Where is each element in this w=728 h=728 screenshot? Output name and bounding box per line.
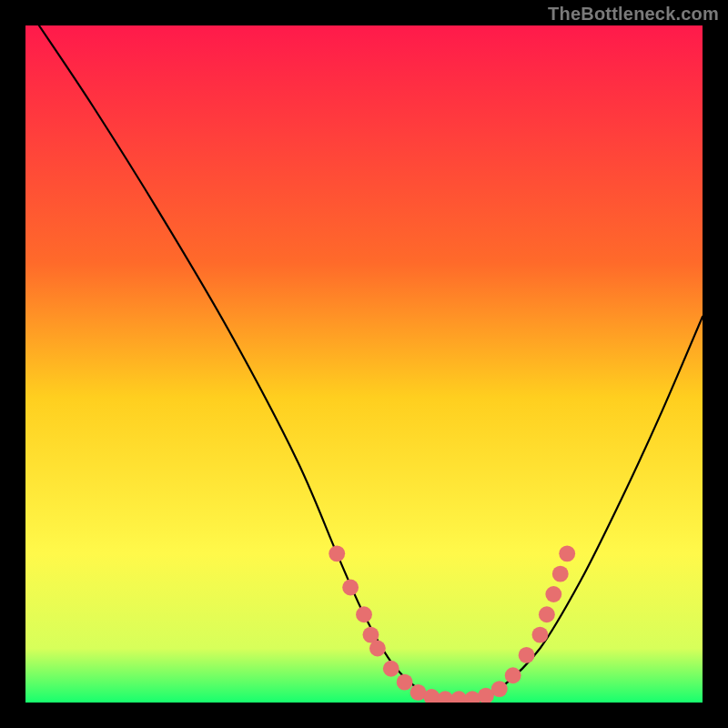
highlight-dot: [369, 641, 386, 657]
highlight-dot: [329, 545, 345, 561]
highlight-dot: [559, 545, 575, 561]
highlight-dot: [552, 566, 569, 582]
highlight-dot: [539, 606, 555, 622]
highlight-dot: [519, 647, 535, 663]
chart-frame: TheBottleneck.com: [0, 0, 728, 728]
chart-plot-area: [25, 25, 703, 703]
highlight-dot: [356, 606, 372, 622]
chart-background: [25, 25, 703, 703]
highlight-dot: [491, 681, 508, 697]
highlight-dot: [532, 627, 549, 643]
highlight-dot: [342, 580, 359, 596]
highlight-dot: [505, 667, 521, 683]
highlight-dot: [545, 586, 561, 602]
chart-svg: [25, 25, 703, 703]
attribution-label: TheBottleneck.com: [548, 4, 719, 25]
highlight-dot: [383, 661, 399, 677]
highlight-dot: [397, 674, 413, 691]
